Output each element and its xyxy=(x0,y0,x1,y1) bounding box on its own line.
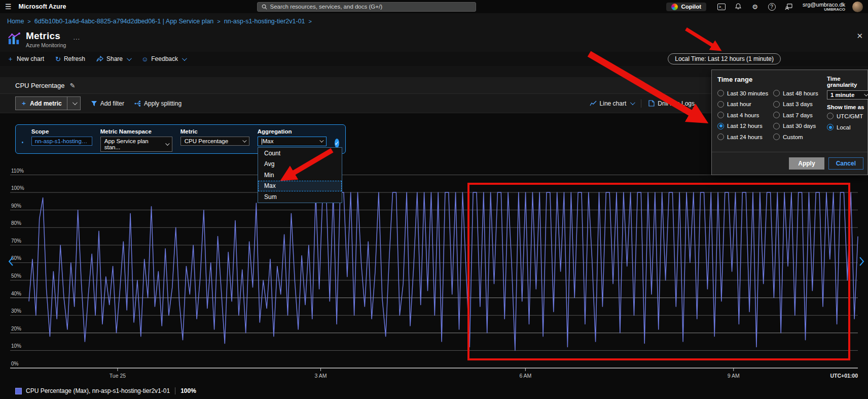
help-icon[interactable]: ? xyxy=(768,3,776,11)
cancel-button[interactable]: Cancel xyxy=(828,157,863,170)
settings-gear-icon[interactable]: ⚙ xyxy=(751,3,759,11)
breadcrumb-plan[interactable]: 6d5b10b0-1a4d-4abc-8825-a794d2dbed06-1 |… xyxy=(34,18,214,25)
svg-text:50%: 50% xyxy=(11,273,21,279)
show-time-option-utc-gmt[interactable]: UTC/GMT xyxy=(827,113,868,119)
topbar-icons: >_ ⚙ ? xyxy=(717,3,792,11)
svg-text:Tue 25: Tue 25 xyxy=(110,373,126,379)
apply-button[interactable]: Apply xyxy=(789,157,824,170)
radio-label: Last 30 days xyxy=(783,123,816,129)
time-range-panel: Time range Last 30 minutesLast hourLast … xyxy=(711,70,868,175)
azure-brand[interactable]: Microsoft Azure xyxy=(19,3,66,10)
add-metric-label: Add metric xyxy=(30,100,62,107)
dropdown-item-max[interactable]: Max xyxy=(258,181,342,192)
account-info[interactable]: srg@umbraco.dk UMBRACO xyxy=(803,2,845,12)
metric-namespace-select[interactable]: App Service plan stan... xyxy=(100,137,172,152)
time-range-option-last-30-days[interactable]: Last 30 days xyxy=(773,121,820,132)
copilot-button[interactable]: Copilot xyxy=(666,3,706,11)
time-range-option-last-12-hours[interactable]: Last 12 hours xyxy=(717,121,772,132)
line-chart-select[interactable]: Line chart xyxy=(590,100,634,107)
feedback-person-icon[interactable] xyxy=(784,3,792,11)
radio-label: Last 30 minutes xyxy=(727,90,768,96)
refresh-button[interactable]: ↻Refresh xyxy=(55,55,85,63)
metrics-icon xyxy=(7,32,21,46)
legend-value: 100% xyxy=(180,387,196,394)
breadcrumb-resource[interactable]: nn-asp-s1-hosting-tier2v1-01 xyxy=(224,18,305,25)
metric-select[interactable]: CPU Percentage xyxy=(180,137,249,146)
share-label: Share xyxy=(106,55,123,62)
radio-icon xyxy=(717,90,724,96)
radio-icon xyxy=(773,123,780,129)
feedback-label: Feedback xyxy=(151,55,178,62)
add-metric-button[interactable]: ＋Add metric xyxy=(15,96,81,110)
time-granularity-label: Time granularity xyxy=(827,76,868,88)
new-chart-button[interactable]: ＋New chart xyxy=(7,54,44,63)
time-range-option-last-7-days[interactable]: Last 7 days xyxy=(773,110,820,121)
svg-text:80%: 80% xyxy=(11,220,21,226)
chart-scroll-right-icon[interactable] xyxy=(859,256,864,267)
time-range-pill[interactable]: Local Time: Last 12 hours (1 minute) xyxy=(668,53,781,64)
radio-label: Last hour xyxy=(727,101,751,107)
notifications-bell-icon[interactable] xyxy=(734,3,742,11)
logs-doc-icon xyxy=(648,100,655,107)
account-upn: srg@umbraco.dk xyxy=(803,2,845,8)
aggregation-label: Aggregation xyxy=(258,128,327,135)
metric-label: Metric xyxy=(180,128,249,135)
feedback-button[interactable]: ☺Feedback xyxy=(141,55,186,63)
drill-into-logs-button[interactable]: Drill into Logs xyxy=(648,100,695,107)
cpu-line-series xyxy=(29,192,858,350)
apply-splitting-button[interactable]: Apply splitting xyxy=(134,100,182,107)
radio-label: Last 48 hours xyxy=(783,90,818,96)
time-range-option-last-30-minutes[interactable]: Last 30 minutes xyxy=(717,88,772,99)
avatar[interactable] xyxy=(852,2,863,12)
svg-text:100%: 100% xyxy=(11,185,24,191)
line-chart-icon xyxy=(590,101,597,107)
apply-splitting-label: Apply splitting xyxy=(144,100,182,107)
text-cursor xyxy=(262,139,262,145)
global-search-input[interactable]: Search resources, services, and docs (G+… xyxy=(257,2,476,12)
dropdown-item-min[interactable]: Min xyxy=(258,170,342,181)
time-range-option-last-3-days[interactable]: Last 3 days xyxy=(773,99,820,110)
legend-label: CPU Percentage (Max), nn-asp-s1-hosting-… xyxy=(26,387,170,394)
svg-text:110%: 110% xyxy=(11,168,24,174)
cloud-shell-icon[interactable]: >_ xyxy=(717,3,726,11)
plus-icon: ＋ xyxy=(7,54,14,63)
time-range-option-last-4-hours[interactable]: Last 4 hours xyxy=(717,110,772,121)
radio-icon xyxy=(773,90,780,96)
time-range-option-last-hour[interactable]: Last hour xyxy=(717,99,772,110)
copilot-label: Copilot xyxy=(681,4,701,10)
time-range-option-custom[interactable]: Custom xyxy=(773,131,820,143)
hamburger-menu-icon[interactable]: ☰ xyxy=(5,3,12,11)
cpu-percentage-chart[interactable]: 0%10%20%30%40%50%60%70%80%90%100%110%Tue… xyxy=(0,157,868,396)
dropdown-item-sum[interactable]: Sum xyxy=(258,191,342,203)
edit-pencil-icon[interactable]: ✎ xyxy=(70,82,76,89)
scope-label: Scope xyxy=(31,128,92,135)
close-icon[interactable]: ✕ xyxy=(856,31,863,41)
show-time-option-local[interactable]: Local xyxy=(827,124,868,130)
more-options-icon[interactable]: ... xyxy=(73,34,80,41)
radio-label: Local xyxy=(837,124,851,130)
dropdown-item-avg[interactable]: Avg xyxy=(258,159,342,170)
add-metric-dropdown-caret[interactable] xyxy=(67,97,80,110)
scope-value[interactable]: nn-asp-s1-hosting-tier2v1... xyxy=(31,137,92,146)
time-granularity-select[interactable]: 1 minute xyxy=(827,90,868,99)
svg-text:20%: 20% xyxy=(11,326,21,331)
share-button[interactable]: Share xyxy=(96,55,130,62)
radio-icon xyxy=(717,101,724,108)
show-time-as-label: Show time as xyxy=(827,104,868,110)
aggregation-select[interactable]: Max xyxy=(258,137,327,146)
time-range-option-last-48-hours[interactable]: Last 48 hours xyxy=(773,88,820,99)
chart-title: CPU Percentage xyxy=(15,82,65,89)
chart-scroll-left-icon[interactable] xyxy=(8,256,14,267)
copilot-icon xyxy=(671,4,678,10)
breadcrumb-separator: > xyxy=(27,18,30,24)
legend-divider xyxy=(175,387,175,394)
radio-icon xyxy=(773,101,780,108)
radio-label: Last 7 days xyxy=(783,112,813,118)
breadcrumb-home[interactable]: Home xyxy=(7,18,24,25)
add-filter-button[interactable]: Add filter xyxy=(91,100,124,107)
svg-text:UTC+01:00: UTC+01:00 xyxy=(830,373,858,379)
time-range-option-last-24-hours[interactable]: Last 24 hours xyxy=(717,131,772,143)
aggregation-value: Max xyxy=(263,138,274,144)
dropdown-item-count[interactable]: Count xyxy=(258,148,342,159)
breadcrumb-separator: > xyxy=(217,18,220,24)
